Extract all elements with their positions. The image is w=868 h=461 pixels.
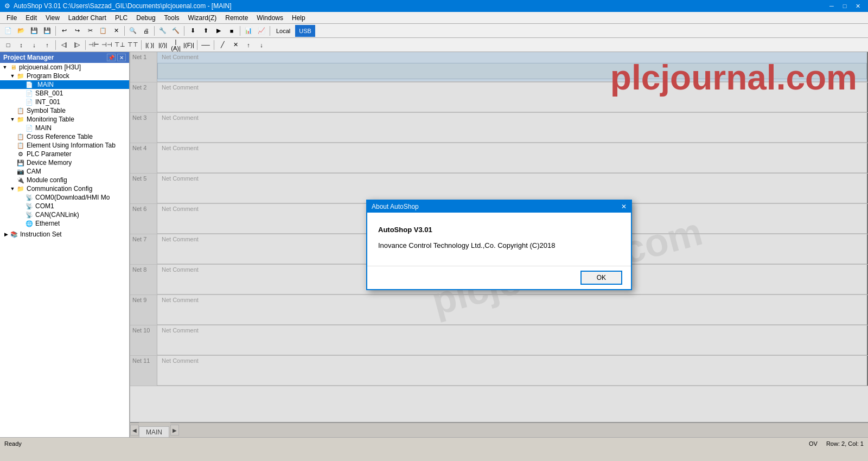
tree-can[interactable]: 📡 CAN(CANLink)	[0, 210, 129, 219]
sep2	[124, 26, 125, 36]
tb-open[interactable]: 📂	[15, 25, 27, 37]
dialog-close-btn[interactable]: ✕	[621, 203, 627, 210]
tb-local[interactable]: Local	[272, 25, 294, 37]
tree-monitoring-table[interactable]: ▼ 📁 Monitoring Table	[0, 115, 129, 124]
app-icon: ⚙	[4, 2, 10, 10]
tree-symbol-table[interactable]: 📋 Symbol Table	[0, 106, 129, 115]
com1-icon: 📡	[25, 202, 34, 210]
tb2-btn2[interactable]: ↕	[15, 39, 27, 51]
tb-compile[interactable]: 🔧	[157, 25, 169, 37]
menu-tools[interactable]: Tools	[160, 13, 184, 23]
tree-int001[interactable]: 📄 INT_001	[0, 98, 129, 106]
close-button[interactable]: ✕	[852, 1, 864, 11]
tree-plc-param[interactable]: ⚙ PLC Parameter	[0, 150, 129, 158]
menu-edit[interactable]: Edit	[21, 13, 41, 23]
tb2-diag1[interactable]: ╱	[216, 39, 228, 51]
status-ov: OV	[809, 440, 818, 447]
tb2-hline[interactable]: ──	[200, 39, 212, 51]
tb-download[interactable]: ⬇	[187, 25, 199, 37]
tb2-v-parallel[interactable]: ⊤⊤	[127, 39, 139, 51]
tree-com1[interactable]: 📡 COM1	[0, 202, 129, 210]
tb2-h-series[interactable]: ⊣⊢	[88, 39, 100, 51]
project-manager-panel: Project Manager 📌 ✕ ▼ 🖥 plcjouenal.com […	[0, 52, 130, 437]
tb-delete[interactable]: ✕	[110, 25, 122, 37]
tb2-h-parallel[interactable]: ⊣⊣	[101, 39, 113, 51]
tb-monitor2[interactable]: 📈	[256, 25, 267, 37]
tb-save-all[interactable]: 💾	[41, 25, 53, 37]
tb-cut[interactable]: ✂	[84, 25, 96, 37]
menu-ladder-chart[interactable]: Ladder Chart	[64, 13, 111, 23]
minimize-button[interactable]: ─	[826, 1, 838, 11]
menu-file[interactable]: File	[2, 13, 21, 23]
tree-com0[interactable]: 📡 COM0(Download/HMI Mo	[0, 193, 129, 202]
toolbar2: □ ↕ ↓ ↑ ◁| |▷ ⊣⊢ ⊣⊣ ⊤⊥ ⊤⊤ |( )| |(/)| |(…	[0, 38, 868, 52]
sidebar-pin[interactable]: 📌	[107, 54, 116, 61]
ok-button[interactable]: OK	[580, 271, 622, 285]
restore-button[interactable]: □	[839, 1, 851, 11]
menu-windows[interactable]: Windows	[252, 13, 288, 23]
main-icon: 📄	[25, 81, 34, 88]
tree-module-config[interactable]: 🔌 Module config	[0, 176, 129, 184]
menu-remote[interactable]: Remote	[221, 13, 252, 23]
tb-save[interactable]: 💾	[28, 25, 40, 37]
tree-cross-ref[interactable]: 📋 Cross Reference Table	[0, 132, 129, 141]
tree-main[interactable]: 📄 MAIN	[0, 80, 129, 89]
tb-print[interactable]: 🖨	[140, 25, 152, 37]
title-bar-controls: ─ □ ✕	[826, 1, 864, 11]
tb2-btn1[interactable]: □	[2, 39, 14, 51]
tb2-btn4[interactable]: ↑	[41, 39, 53, 51]
tb-undo[interactable]: ↩	[58, 25, 70, 37]
tb-new[interactable]: 📄	[2, 25, 14, 37]
is-icon: 📚	[10, 230, 18, 238]
tb-monitor[interactable]: 📊	[242, 25, 254, 37]
about-dialog: About AutoShop ✕ AutoShop V3.01 Inovance…	[366, 200, 632, 290]
tree-program-block[interactable]: ▼ 📁 Program Block	[0, 72, 129, 80]
tree-instruction-set[interactable]: ▶ 📚 Instruction Set	[0, 230, 129, 239]
eth-toggle	[17, 220, 25, 227]
tb-compile2[interactable]: 🔨	[170, 25, 182, 37]
tree-cam[interactable]: 📷 CAM	[0, 167, 129, 176]
window-title: AutoShop V3.01 C:\Users\Sazzad_GIL\Docum…	[14, 2, 232, 10]
tb2-pos-contact[interactable]: |(A)|	[170, 39, 182, 51]
menu-wizard[interactable]: Wizard(Z)	[184, 13, 221, 23]
tb2-insert-right[interactable]: |▷	[71, 39, 83, 51]
mm-toggle	[17, 124, 25, 132]
tb2-btn3[interactable]: ↓	[28, 39, 40, 51]
sep11	[214, 40, 214, 50]
tree-sbr001[interactable]: 📄 SBR_001	[0, 89, 129, 98]
menu-help[interactable]: Help	[288, 13, 310, 23]
tb-copy[interactable]: 📋	[97, 25, 109, 37]
tb2-insert-left[interactable]: ◁|	[58, 39, 70, 51]
tb2-no-contact[interactable]: |( )|	[144, 39, 156, 51]
tb2-down[interactable]: ↓	[256, 39, 267, 51]
tree-ethernet[interactable]: 🌐 Ethernet	[0, 219, 129, 228]
tb-find[interactable]: 🔍	[127, 25, 139, 37]
sep9	[141, 40, 142, 50]
tb-stop[interactable]: ■	[226, 25, 238, 37]
tb-run[interactable]: ▶	[213, 25, 225, 37]
int-label: INT_001	[35, 98, 60, 106]
tb2-neg-contact[interactable]: |(F)|	[183, 39, 195, 51]
tb2-v-series[interactable]: ⊤⊥	[114, 39, 126, 51]
tree-device-memory[interactable]: 💾 Device Memory	[0, 158, 129, 167]
sidebar-close[interactable]: ✕	[117, 54, 126, 61]
tb-upload[interactable]: ⬆	[200, 25, 212, 37]
tree-monitoring-main[interactable]: 📄 MAIN	[0, 124, 129, 132]
com1-label: COM1	[35, 202, 54, 210]
tree-root[interactable]: ▼ 🖥 plcjouenal.com [H3U]	[0, 63, 129, 72]
status-row-col: Row: 2, Col: 1	[826, 440, 864, 447]
menu-debug[interactable]: Debug	[132, 13, 159, 23]
dialog-body: AutoShop V3.01 Inovance Control Technolo…	[367, 213, 631, 266]
tb2-up[interactable]: ↑	[242, 39, 254, 51]
menu-view[interactable]: View	[41, 13, 64, 23]
cc-toggle: ▼	[9, 185, 16, 193]
tb-redo[interactable]: ↪	[71, 25, 83, 37]
tree-comm-config[interactable]: ▼ 📁 Communication Config	[0, 184, 129, 193]
menu-plc[interactable]: PLC	[111, 13, 132, 23]
tb2-nc-contact[interactable]: |(/)|	[157, 39, 169, 51]
ei-toggle	[9, 142, 16, 149]
tree-element-info[interactable]: 📋 Element Using Information Tab	[0, 141, 129, 150]
tb-usb[interactable]: USB	[295, 25, 315, 37]
tb2-diag2[interactable]: ✕	[229, 39, 241, 51]
com1-toggle	[17, 202, 25, 210]
